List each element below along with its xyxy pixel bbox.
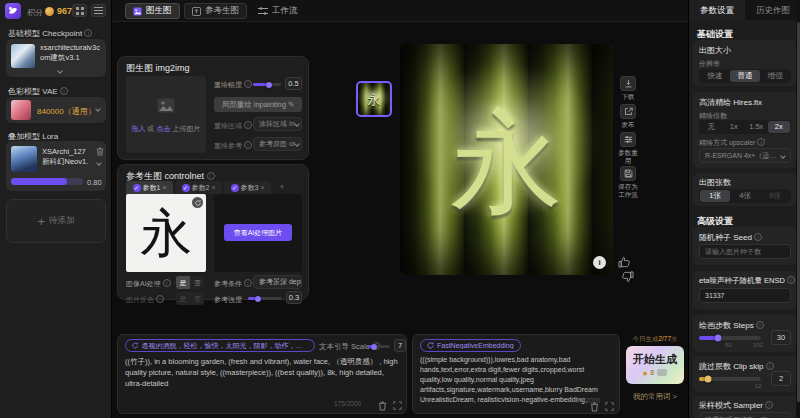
view-ai-image-button[interactable]: 查看AI处理图片 <box>224 224 292 241</box>
tab-params[interactable]: 参数设置 <box>689 0 745 20</box>
chevron-down-icon[interactable] <box>57 68 63 74</box>
info-icon[interactable] <box>163 279 171 287</box>
thumbs-down-icon[interactable] <box>621 271 634 283</box>
slider-knob[interactable] <box>255 296 261 302</box>
steps-slider[interactable] <box>699 336 761 340</box>
chevron-down-icon[interactable] <box>95 106 101 112</box>
info-icon[interactable] <box>756 321 764 329</box>
option-1x[interactable]: 1x <box>723 121 746 133</box>
clip-skip-slider[interactable] <box>699 377 761 381</box>
option-enhanced[interactable]: 增强 <box>760 70 790 82</box>
publish-button[interactable] <box>620 104 636 119</box>
generate-button[interactable]: 开始生成 ◆ 8 <box>626 346 684 384</box>
scrollbar-track[interactable] <box>796 0 800 418</box>
info-icon[interactable] <box>244 121 252 129</box>
info-icon[interactable] <box>207 172 215 180</box>
info-icon[interactable] <box>84 29 92 37</box>
lora-card[interactable]: XSArchi_127新科幻Neov1.0 0.80 <box>6 141 106 191</box>
sampler-select[interactable]: 速度与质量均衡，推荐使用 (D <box>699 412 791 418</box>
info-icon[interactable] <box>60 87 68 95</box>
add-controlnet-tab-button[interactable]: + <box>275 181 289 194</box>
invert-toggle[interactable]: 是否 <box>176 292 204 305</box>
steps-value[interactable]: 30 <box>771 330 791 345</box>
diamond-icon: ◆ <box>643 369 648 376</box>
gallery-thumbnail[interactable]: 永 <box>356 81 392 117</box>
ai-process-toggle[interactable]: 是否 <box>176 276 204 289</box>
controlnet-tab-1[interactable]: 参数1 <box>126 181 173 194</box>
option-4[interactable]: 4张 <box>730 190 760 202</box>
inpaint-button[interactable]: 局部重绘 inpainting ✎ <box>214 97 302 112</box>
condition-select[interactable]: 参考景深 dept <box>253 275 302 289</box>
tab-controlnet[interactable]: 参考生图 <box>184 3 247 19</box>
controlnet-tab-3[interactable]: 参数3 <box>224 181 271 194</box>
scale-value[interactable]: 7 <box>394 339 406 352</box>
option-1[interactable]: 1张 <box>700 190 730 202</box>
info-icon[interactable] <box>787 276 795 284</box>
info-icon[interactable] <box>156 295 164 303</box>
upload-dropzone[interactable]: 拖入 或 点击 上传图片 <box>126 76 206 153</box>
image-settings-button[interactable] <box>192 197 203 208</box>
tab-img2img[interactable]: 图生图 <box>125 3 180 19</box>
controlnet-tab-2[interactable]: 参数2 <box>175 181 222 194</box>
ensd-input[interactable] <box>699 288 791 303</box>
option-fast[interactable]: 快速 <box>700 70 730 82</box>
info-icon[interactable] <box>766 362 774 370</box>
slider-knob[interactable] <box>371 344 377 350</box>
grid-view-button[interactable] <box>72 4 87 17</box>
trash-icon[interactable] <box>590 402 599 412</box>
my-words-link[interactable]: 我的常用词 > <box>626 392 684 402</box>
strength-slider[interactable] <box>248 297 282 300</box>
clip-skip-value[interactable]: 2 <box>771 371 791 386</box>
info-icon[interactable] <box>757 138 765 146</box>
chevron-down-icon[interactable] <box>96 160 102 166</box>
negative-embedding-pill[interactable]: FastNegativeEmbedding <box>420 339 521 352</box>
info-icon[interactable] <box>244 279 252 287</box>
slider-knob[interactable] <box>266 82 272 88</box>
option-9[interactable]: 9张 <box>760 190 790 202</box>
option-2x[interactable]: 2x <box>768 121 791 133</box>
redraw-area-select[interactable]: 涂抹区域 In <box>253 117 302 131</box>
slider-knob[interactable] <box>704 376 711 383</box>
option-none[interactable]: 无 <box>700 121 723 133</box>
info-icon[interactable] <box>244 80 252 88</box>
tab-history[interactable]: 历史作图 <box>745 0 800 20</box>
scale-slider[interactable] <box>368 345 390 348</box>
tab-workflow[interactable]: 工作流 <box>252 3 304 19</box>
info-icon[interactable] <box>244 141 252 149</box>
trash-icon[interactable] <box>378 401 387 411</box>
trash-icon[interactable] <box>96 147 104 156</box>
toggle-yes[interactable]: 是 <box>176 276 190 289</box>
add-lora-button[interactable]: + 待添加 <box>6 199 106 243</box>
thumbs-up-icon[interactable] <box>618 256 631 268</box>
save-workflow-button[interactable] <box>620 166 636 181</box>
generated-image[interactable]: 永 i <box>400 44 613 275</box>
close-icon[interactable] <box>260 184 264 191</box>
positive-prompt-input[interactable]: ((竹子)), in a blooming garden, (fresh and… <box>125 356 401 400</box>
close-icon[interactable] <box>162 184 166 191</box>
denoise-slider[interactable] <box>253 83 281 86</box>
close-icon[interactable] <box>211 184 215 191</box>
slider-knob[interactable] <box>714 335 721 342</box>
option-normal[interactable]: 普通 <box>730 70 760 82</box>
prompt-tags-pill[interactable]: 透视的洒脱，轻松，愉快，太阳光，阴影，动作，最佳质量 <box>125 339 315 352</box>
lora-weight-slider[interactable] <box>11 178 83 185</box>
checkpoint-card[interactable]: xsarchitecturalv3com建筑v3.1 <box>6 39 106 77</box>
toggle-no[interactable]: 否 <box>190 276 204 289</box>
download-button[interactable] <box>620 76 636 91</box>
vae-card[interactable]: 840000（通用） <box>6 97 106 123</box>
option-1-5x[interactable]: 1.5x <box>745 121 768 133</box>
strength-value[interactable]: 0.3 <box>286 291 302 304</box>
image-info-button[interactable]: i <box>593 256 606 269</box>
controlnet-source-image[interactable]: 永 <box>126 194 206 272</box>
app-logo[interactable] <box>5 3 21 19</box>
info-icon[interactable] <box>765 401 773 409</box>
expand-icon[interactable] <box>393 401 402 410</box>
menu-button[interactable] <box>91 4 106 17</box>
upscaler-select[interactable]: R-ESRGAN 4x+（适合多种风 <box>699 148 791 163</box>
redraw-ref-select[interactable]: 参考原图 or <box>253 137 302 151</box>
denoise-value[interactable]: 0.5 <box>285 77 302 90</box>
info-icon[interactable] <box>754 233 762 241</box>
expand-icon[interactable] <box>605 402 614 411</box>
seed-input[interactable] <box>699 244 791 259</box>
reuse-params-button[interactable] <box>620 132 636 147</box>
